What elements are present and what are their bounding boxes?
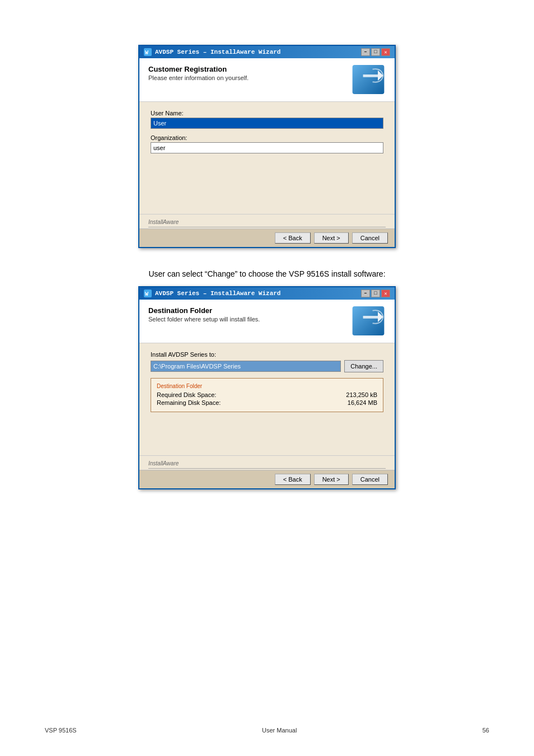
wizard-title-1: Customer Registration	[148, 65, 249, 73]
installaware-label-2: InstallAware	[148, 460, 179, 466]
minimize-button-1[interactable]: –	[361, 48, 370, 56]
close-button-1[interactable]: ✕	[381, 48, 390, 56]
wizard-icon-2	[352, 306, 386, 337]
next-button-1[interactable]: Next >	[314, 232, 349, 244]
footer-center: User Manual	[262, 727, 297, 734]
change-button[interactable]: Change...	[344, 360, 383, 372]
disk-space-title: Destination Folder	[157, 383, 377, 389]
remaining-disk-row: Remaining Disk Space: 16,624 MB	[157, 399, 377, 406]
required-disk-value: 213,250 kB	[346, 391, 377, 398]
remaining-disk-label: Remaining Disk Space:	[157, 399, 221, 406]
org-input[interactable]	[151, 142, 383, 153]
page-content: W AVDSP Series – InstallAware Wizard – □…	[0, 0, 534, 534]
footer-strip-2: InstallAware	[139, 455, 395, 470]
install-folder-group: Install AVDSP Series to: Change...	[151, 351, 383, 372]
wizard-icon-1	[352, 65, 386, 96]
disk-space-section: Destination Folder Required Disk Space: …	[151, 378, 383, 412]
button-bar-1: < Back Next > Cancel	[139, 228, 395, 247]
required-disk-label: Required Disk Space:	[157, 391, 216, 398]
required-disk-row: Required Disk Space: 213,250 kB	[157, 391, 377, 398]
separator-text: User can select “Change” to choose the V…	[148, 269, 385, 278]
restore-button-2[interactable]: □	[371, 290, 380, 297]
footer-strip-1: InstallAware	[139, 214, 395, 228]
customer-registration-window: W AVDSP Series – InstallAware Wizard – □…	[138, 45, 396, 248]
install-to-label: Install AVDSP Series to:	[151, 351, 383, 358]
destination-folder-window: W AVDSP Series – InstallAware Wizard – □…	[138, 286, 396, 489]
folder-row: Change...	[151, 360, 383, 372]
wizard-title-2: Destination Folder	[148, 306, 260, 315]
window1-title: AVDSP Series – InstallAware Wizard	[155, 49, 280, 55]
titlebar-title-2: W AVDSP Series – InstallAware Wizard	[144, 290, 280, 297]
titlebar-1: W AVDSP Series – InstallAware Wizard – □…	[139, 46, 395, 58]
footer-right: 56	[483, 727, 489, 734]
titlebar-controls-1: – □ ✕	[361, 48, 390, 56]
username-label: User Name:	[151, 110, 383, 116]
arrow-svg-1	[352, 65, 385, 94]
wizard-subtitle-2: Select folder where setup will install f…	[148, 316, 260, 323]
svg-text:W: W	[145, 50, 148, 56]
folder-path-input[interactable]	[151, 361, 341, 372]
username-group: User Name:	[151, 110, 383, 129]
wizard-header-2: Destination Folder Select folder where s…	[139, 300, 395, 343]
remaining-disk-value: 16,624 MB	[348, 399, 377, 406]
username-input[interactable]	[151, 118, 383, 129]
wizard-form-1: User Name: Organization:	[139, 102, 395, 214]
titlebar-controls-2: – □ ✕	[361, 290, 390, 297]
svg-text:W: W	[145, 291, 148, 297]
restore-button-1[interactable]: □	[371, 48, 380, 56]
wizard-form-2: Install AVDSP Series to: Change... Desti…	[139, 343, 395, 455]
titlebar-2: W AVDSP Series – InstallAware Wizard – □…	[139, 287, 395, 300]
wizard-header-text-1: Customer Registration Please enter infor…	[148, 65, 249, 81]
app-icon-1: W	[144, 48, 152, 56]
footer-left: VSP 9516S	[45, 727, 77, 734]
next-button-2[interactable]: Next >	[314, 474, 349, 485]
back-button-1[interactable]: < Back	[275, 232, 311, 244]
close-button-2[interactable]: ✕	[381, 290, 390, 297]
back-button-2[interactable]: < Back	[275, 474, 311, 485]
wizard-header-text-2: Destination Folder Select folder where s…	[148, 306, 260, 323]
page-footer: VSP 9516S User Manual 56	[0, 727, 534, 734]
svg-rect-4	[363, 74, 378, 77]
cancel-button-1[interactable]: Cancel	[352, 232, 388, 244]
arrow-svg-2	[352, 306, 385, 335]
wizard-subtitle-1: Please enter information on yourself.	[148, 74, 249, 81]
wizard-header-1: Customer Registration Please enter infor…	[139, 58, 395, 102]
button-bar-2: < Back Next > Cancel	[139, 470, 395, 488]
org-group: Organization:	[151, 134, 383, 153]
app-icon-2: W	[144, 290, 152, 297]
cancel-button-2[interactable]: Cancel	[352, 474, 388, 485]
window2-title: AVDSP Series – InstallAware Wizard	[155, 290, 280, 297]
svg-rect-9	[363, 316, 378, 319]
org-label: Organization:	[151, 134, 383, 141]
installaware-label-1: InstallAware	[148, 219, 179, 225]
titlebar-title-1: W AVDSP Series – InstallAware Wizard	[144, 48, 280, 56]
minimize-button-2[interactable]: –	[361, 290, 370, 297]
